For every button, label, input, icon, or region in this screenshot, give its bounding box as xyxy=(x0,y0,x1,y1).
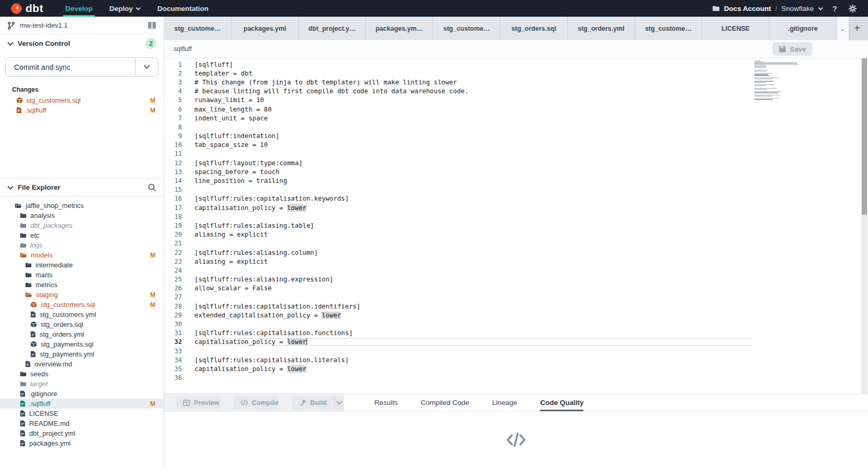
new-tab-button[interactable]: + xyxy=(849,17,865,40)
nav-item[interactable]: Develop xyxy=(57,0,101,17)
build-options-button[interactable] xyxy=(334,396,344,410)
table-icon xyxy=(183,400,190,406)
file-tree-item[interactable]: stg_customers.yml xyxy=(0,310,164,319)
code-line: 27 xyxy=(164,293,868,302)
folder-icon xyxy=(25,272,32,278)
file-tree-item[interactable]: dbt_packages xyxy=(0,220,164,230)
file-tree-item[interactable]: LICENSE xyxy=(0,409,164,418)
line-number: 29 xyxy=(164,312,182,319)
line-number: 7 xyxy=(164,115,182,122)
file-tree-item[interactable]: jaffle_shop_metrics xyxy=(0,201,164,211)
file-tree-item[interactable]: seeds xyxy=(0,369,164,379)
help-button[interactable]: ? xyxy=(828,2,841,15)
folder-open-icon xyxy=(15,203,22,208)
file-icon xyxy=(30,311,36,318)
result-tab[interactable]: Results xyxy=(374,394,398,411)
text-cursor xyxy=(307,338,308,345)
editor-tab[interactable]: stg_custome… xyxy=(635,17,702,40)
panel-toggle-icon[interactable] xyxy=(148,21,156,29)
file-tree-item[interactable]: logs xyxy=(0,240,164,250)
file-tree-item[interactable]: .sqlfluff M xyxy=(0,399,164,409)
result-tab[interactable]: Lineage xyxy=(492,394,517,411)
model-cube-icon xyxy=(30,341,37,348)
file-icon xyxy=(20,410,26,417)
code-line: 16 [sqlfluff:rules:capitalisation.keywor… xyxy=(164,194,868,203)
account-switcher[interactable]: Docs Account / Snowflake xyxy=(712,5,823,13)
editor-tab[interactable]: stg_orders.yml xyxy=(568,17,635,40)
file-tree-item[interactable]: packages.yml xyxy=(0,438,164,448)
editor-tab[interactable]: .gitignore xyxy=(769,17,837,40)
file-tree-item[interactable]: models M xyxy=(0,250,164,260)
run-button[interactable]: Preview xyxy=(176,396,219,410)
version-control-header[interactable]: Version Control 2 xyxy=(0,34,164,53)
result-tab[interactable]: Compiled Code xyxy=(421,394,469,411)
folder-icon xyxy=(20,232,27,238)
code-line: 22 [sqlfluff:rules:aliasing.column] xyxy=(164,248,868,257)
editor-header: .sqlfluff Save xyxy=(164,40,868,58)
commit-and-sync-button[interactable]: Commit and sync xyxy=(5,57,158,77)
search-icon[interactable] xyxy=(148,183,156,192)
changed-file-item[interactable]: stg_customers.sql M xyxy=(0,95,164,105)
run-button[interactable]: Build xyxy=(292,396,344,410)
result-tab[interactable]: Code Quality xyxy=(540,394,583,411)
code-line: 10 tab_space_size = 10 xyxy=(164,141,868,150)
dbt-logo[interactable]: dbt xyxy=(0,0,57,17)
code-editor[interactable]: 1 [sqlfluff] 2 templater = dbt 3 # This … xyxy=(164,58,868,393)
editor-tab[interactable]: dbt_project.y… xyxy=(299,17,366,40)
line-number: 21 xyxy=(164,240,182,247)
code-line: 24 xyxy=(164,266,868,275)
question-mark-icon: ? xyxy=(832,4,837,13)
run-button[interactable]: Compile xyxy=(233,396,278,410)
file-explorer-header[interactable]: File Explorer xyxy=(0,178,164,196)
scrollbar-thumb[interactable] xyxy=(862,58,867,215)
editor-tab[interactable]: stg_custome… xyxy=(433,17,500,40)
file-tree-item[interactable]: stg_payments.sql xyxy=(0,339,164,349)
minimap[interactable] xyxy=(754,60,803,102)
file-tree-item[interactable]: etc xyxy=(0,230,164,240)
file-explorer-title: File Explorer xyxy=(18,183,60,191)
editor-scrollbar[interactable] xyxy=(861,58,867,393)
line-number: 20 xyxy=(164,231,182,238)
file-tree-item[interactable]: target xyxy=(0,379,164,389)
file-tree-item[interactable]: README.md xyxy=(0,418,164,428)
settings-button[interactable] xyxy=(846,2,859,15)
editor-tab-active-partial[interactable]: . xyxy=(837,17,849,40)
file-tree-item[interactable]: stg_customers.sql M xyxy=(0,300,164,310)
file-icon xyxy=(20,440,26,447)
editor-tab[interactable]: LICENSE xyxy=(702,17,769,40)
line-number: 8 xyxy=(164,124,182,131)
code-line: 13 spacing_before = touch xyxy=(164,167,868,176)
file-tree-item[interactable]: stg_orders.yml xyxy=(0,329,164,339)
account-name: Docs Account xyxy=(724,5,771,13)
line-number: 35 xyxy=(164,365,182,373)
file-tree-item[interactable]: dbt_project.yml xyxy=(0,428,164,438)
save-button[interactable]: Save xyxy=(773,42,812,56)
changed-file-item[interactable]: .sqlfluff M xyxy=(0,105,164,115)
file-tree-item[interactable]: stg_payments.yml xyxy=(0,349,164,359)
file-tree-item[interactable]: overview.md xyxy=(0,359,164,369)
line-number: 4 xyxy=(164,88,182,95)
branch-row[interactable]: mw-test-idev1.1 xyxy=(0,17,164,34)
top-nav: dbt Develop Deploy Documentation xyxy=(0,0,868,17)
file-icon xyxy=(25,361,31,367)
commit-options-button[interactable] xyxy=(135,58,158,76)
line-number: 36 xyxy=(164,374,182,381)
editor-tab[interactable]: packages.yml xyxy=(231,17,299,40)
file-tree-item[interactable]: metrics xyxy=(0,280,164,290)
nav-item[interactable]: Documentation xyxy=(149,0,217,17)
editor-tab[interactable]: stg_custome… xyxy=(164,17,231,40)
file-tree-item[interactable]: .gitignore xyxy=(0,389,164,399)
editor-tab[interactable]: stg_orders.sql xyxy=(500,17,568,40)
file-tree-item[interactable]: analysis xyxy=(0,211,164,220)
modified-badge: M xyxy=(150,107,155,114)
editor-tab[interactable]: packages.ym… xyxy=(366,17,433,40)
run-buttons: Preview Compile xyxy=(164,394,344,411)
file-tree-item[interactable]: staging M xyxy=(0,290,164,300)
file-tree-item[interactable]: intermediate xyxy=(0,260,164,270)
file-tree-item[interactable]: marts xyxy=(0,270,164,280)
folder-icon xyxy=(25,262,32,268)
code-line: 6 max_line_length = 80 xyxy=(164,105,868,114)
file-tree-item[interactable]: stg_orders.sql xyxy=(0,319,164,329)
nav-item[interactable]: Deploy xyxy=(101,0,149,17)
model-cube-icon xyxy=(30,321,37,328)
